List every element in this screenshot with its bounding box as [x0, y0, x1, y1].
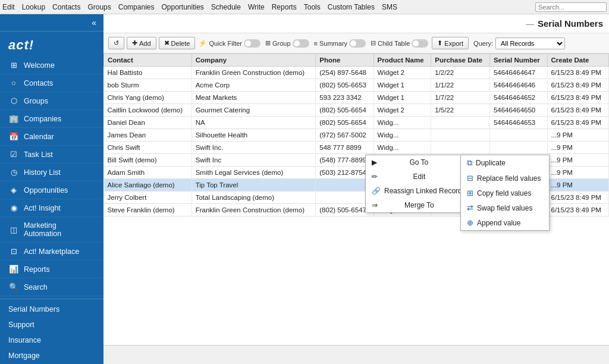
- sidebar-label-companies: Companies: [24, 115, 61, 123]
- menu-write[interactable]: Write: [248, 3, 265, 11]
- cell-1: Gourmet Catering: [192, 104, 316, 117]
- cell-0: bob Sturm: [104, 79, 192, 92]
- table-row[interactable]: Chris SwiftSwift Inc.548 777 8899Widg...…: [104, 142, 609, 154]
- delete-button[interactable]: ✖ Delete: [159, 37, 196, 49]
- top-search-input[interactable]: [535, 2, 607, 12]
- sidebar-item-contacts[interactable]: ○ Contacts: [0, 74, 103, 92]
- col-product[interactable]: Product Name: [373, 54, 431, 67]
- sidebar-label-act-insight: Act! Insight: [24, 204, 61, 212]
- menu-schedule[interactable]: Schedule: [211, 3, 241, 11]
- sidebar-item-search[interactable]: 🔍 Search: [0, 278, 103, 296]
- child-table-toggle[interactable]: [412, 39, 428, 48]
- sidebar-item-companies[interactable]: 🏢 Companies: [0, 110, 103, 128]
- menu-opportunities[interactable]: Opportunities: [161, 3, 203, 11]
- sidebar-item-mortgage[interactable]: Mortgage: [0, 348, 103, 363]
- welcome-icon: ⊞: [8, 61, 19, 70]
- calendar-icon: 📅: [8, 132, 19, 141]
- cell-1: Total Landscaping (demo): [192, 192, 316, 204]
- menu-reports[interactable]: Reports: [272, 3, 297, 11]
- col-contact[interactable]: Contact: [104, 54, 192, 67]
- menu-edit[interactable]: Edit: [2, 3, 15, 11]
- cell-3: Widget 2: [373, 67, 431, 79]
- sidebar-item-calendar[interactable]: 📅 Calendar: [0, 128, 103, 146]
- sidebar-item-serial-numbers[interactable]: Serial Numbers: [0, 302, 103, 317]
- submenu-append-value[interactable]: ⊕ Append value: [461, 215, 549, 230]
- sidebar-item-task-list[interactable]: ☑ Task List: [0, 146, 103, 164]
- cell-6: 6/15/23 8:49 PM: [547, 204, 609, 216]
- sidebar-item-history-list[interactable]: ◷ History List: [0, 164, 103, 181]
- context-menu-reassign[interactable]: 🔗 Reassign Linked Records: [366, 184, 472, 198]
- cell-6: 6/15/23 8:49 PM: [547, 117, 609, 129]
- sidebar-item-marketing-automation[interactable]: ◫ Marketing Automation: [0, 217, 103, 243]
- table-row[interactable]: James DeanSilhouette Health(972) 567-500…: [104, 129, 609, 142]
- cell-6: 6/15/23 8:49 PM: [547, 104, 609, 117]
- col-company[interactable]: Company: [192, 54, 316, 67]
- col-create-date[interactable]: Create Date: [547, 54, 609, 67]
- sidebar-item-opportunities[interactable]: ◈ Opportunities: [0, 181, 103, 199]
- summary-toggle[interactable]: [349, 39, 366, 48]
- delete-label: Delete: [171, 40, 190, 47]
- sidebar-item-act-marketplace[interactable]: ⊡ Act! Marketplace: [0, 243, 103, 261]
- sidebar-item-groups[interactable]: ⬡ Groups: [0, 92, 103, 110]
- table-row[interactable]: Chris Yang (demo)Meat Markets593 223 334…: [104, 92, 609, 104]
- edit-label: Edit: [413, 172, 426, 181]
- add-button[interactable]: ✚ Add: [127, 37, 156, 49]
- cell-6: 6/15/23 8:49 PM: [547, 192, 609, 204]
- table-row[interactable]: Daniel DeanNA(802) 505-6654Widg...546464…: [104, 117, 609, 129]
- groups-icon: ⬡: [8, 96, 19, 105]
- cell-4: [431, 142, 490, 154]
- cell-0: Chris Yang (demo): [104, 92, 192, 104]
- reports-icon: 📊: [8, 265, 19, 274]
- menu-tools[interactable]: Tools: [304, 3, 321, 11]
- child-table-toggle-group: ⊟ Child Table: [371, 39, 428, 48]
- menu-lookup[interactable]: Lookup: [22, 3, 45, 11]
- group-toggle[interactable]: [293, 39, 309, 48]
- sidebar-label-reports: Reports: [24, 265, 50, 274]
- context-menu-goto[interactable]: ▶ Go To ▶: [366, 155, 472, 170]
- duplicate-icon: ⧉: [467, 158, 472, 168]
- table-row[interactable]: Caitlin Lockwood (demo)Gourmet Catering(…: [104, 104, 609, 117]
- sidebar-item-insurance[interactable]: Insurance: [0, 332, 103, 348]
- merge-icon: ⇒: [372, 201, 378, 209]
- duplicate-label: Duplicate: [476, 159, 506, 167]
- context-menu-edit[interactable]: ✏ Edit ▶: [366, 170, 472, 184]
- cell-1: Swift Inc.: [192, 142, 316, 154]
- query-select[interactable]: All Records Current Lookup Selected Reco…: [495, 37, 565, 49]
- col-phone[interactable]: Phone: [316, 54, 373, 67]
- cell-1: Franklin Green Construction (demo): [192, 204, 316, 216]
- menu-contacts[interactable]: Contacts: [52, 3, 80, 11]
- sidebar-item-support[interactable]: Support: [0, 317, 103, 332]
- submenu-swap-field[interactable]: ⇄ Swap field values: [461, 200, 549, 215]
- summary-icon: ≡: [314, 40, 318, 47]
- col-purchase-date[interactable]: Purchase Date: [431, 54, 490, 67]
- table-row[interactable]: bob SturmAcme Corp(802) 505-6653Widget 1…: [104, 79, 609, 92]
- submenu-duplicate[interactable]: ⧉ Duplicate: [461, 155, 549, 171]
- quick-filter-toggle[interactable]: [244, 39, 260, 48]
- edit-icon: ✏: [372, 172, 378, 181]
- cell-4: 1/2/22: [431, 67, 490, 79]
- col-serial[interactable]: Serial Number: [489, 54, 547, 67]
- sidebar-item-act-insight[interactable]: ◉ Act! Insight: [0, 199, 103, 217]
- menu-companies[interactable]: Companies: [118, 3, 155, 11]
- sidebar-item-reports[interactable]: 📊 Reports: [0, 261, 103, 278]
- cell-0: Chris Swift: [104, 142, 192, 154]
- cell-4: 1/1/22: [431, 79, 490, 92]
- submenu-replace-field[interactable]: ⊟ Replace field values: [461, 171, 549, 186]
- menu-custom-tables[interactable]: Custom Tables: [328, 3, 375, 11]
- menu-sms[interactable]: SMS: [382, 3, 397, 11]
- sidebar-item-welcome[interactable]: ⊞ Welcome: [0, 57, 103, 74]
- group-toggle-group: ⊞ Group: [265, 39, 309, 48]
- table-row[interactable]: Hal BattistoFranklin Green Construction …: [104, 67, 609, 79]
- context-menu-merge[interactable]: ⇒ Merge To ▶: [366, 198, 472, 212]
- export-icon: ⬆: [437, 39, 442, 47]
- export-button[interactable]: ⬆ Export: [432, 37, 469, 49]
- cell-2: (972) 567-5002: [316, 129, 373, 142]
- copy-field-icon: ⊞: [467, 189, 473, 197]
- title-bar-icon: —: [526, 19, 534, 29]
- menu-groups[interactable]: Groups: [87, 3, 111, 11]
- sidebar-collapse-button[interactable]: «: [88, 17, 100, 29]
- refresh-button[interactable]: ↺: [108, 37, 124, 49]
- add-icon: ✚: [132, 39, 137, 47]
- top-menu-bar: Edit Lookup Contacts Groups Companies Op…: [0, 0, 609, 14]
- submenu-copy-field[interactable]: ⊞ Copy field values: [461, 186, 549, 200]
